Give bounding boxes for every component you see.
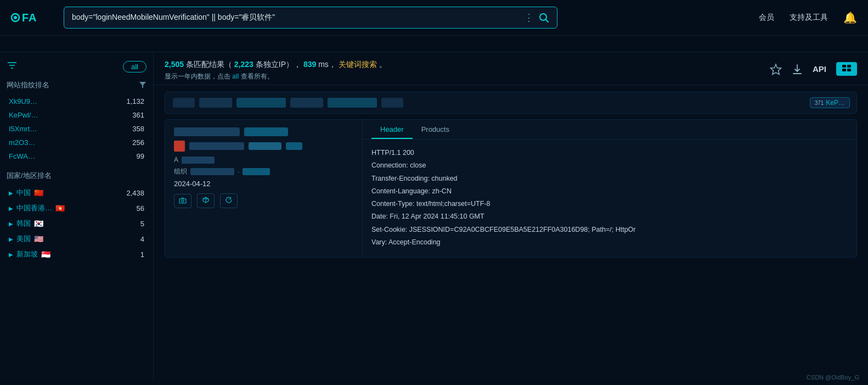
- keyword-search-link[interactable]: 关键词搜索: [339, 60, 377, 69]
- country-arrow-icon-3: ▶: [9, 236, 13, 242]
- sidebar: all 网站指纹排名 Xk9U9… 1,132 KePwl/… 361 I5Xm…: [0, 52, 154, 380]
- result-header-content: HTTP/1.1 200 Connection: close Transfer-…: [363, 140, 856, 257]
- all-data-link[interactable]: all: [232, 72, 239, 80]
- sidebar-toolbar: all: [7, 61, 146, 72]
- svg-point-1: [14, 16, 17, 19]
- download-button[interactable]: [792, 64, 803, 75]
- ms-count: 839: [303, 60, 316, 69]
- country-arrow-icon-2: ▶: [9, 221, 13, 227]
- country-arrow-icon-4: ▶: [9, 252, 13, 258]
- preview-tag[interactable]: 371 KeP…: [810, 97, 850, 108]
- header-line-2: Transfer-Encoding: chunked: [371, 173, 848, 185]
- svg-rect-14: [842, 69, 846, 71]
- preview-tag-count: 371: [815, 100, 824, 106]
- fingerprint-item-4[interactable]: FcWA… 99: [7, 149, 146, 163]
- results-count: 2,505 条匹配结果（ 2,223 条独立IP）， 839 ms， 关键词搜索…: [165, 60, 387, 70]
- blurred-text-3: [286, 142, 302, 150]
- fingerprint-section-title: 网站指纹排名: [7, 80, 146, 90]
- blurred-field-org: [190, 168, 234, 175]
- country-item-2[interactable]: ▶ 韩国 🇰🇷 5: [7, 216, 146, 231]
- header-line-1: Connection: close: [371, 160, 848, 171]
- blurred-preview-6: [381, 98, 403, 108]
- svg-rect-12: [842, 65, 846, 68]
- result-favicon: [174, 141, 185, 152]
- result-screenshot-btn[interactable]: [174, 194, 191, 208]
- header-line-7: Vary: Accept-Encoding: [371, 237, 848, 248]
- blurred-preview-3: [236, 98, 286, 108]
- preview-tag-label: KeP…: [826, 99, 845, 107]
- star-button[interactable]: [770, 63, 782, 75]
- blurred-preview-2: [199, 98, 232, 108]
- header-nav: 会员 支持及工具 🔔: [759, 11, 857, 24]
- svg-line-4: [546, 20, 549, 23]
- result-3d-btn[interactable]: [197, 193, 215, 208]
- result-date: 2024-04-12: [174, 180, 353, 188]
- tab-header[interactable]: Header: [371, 120, 413, 139]
- blurred-preview-5: [328, 98, 377, 108]
- svg-marker-9: [770, 64, 781, 75]
- result-detail-card: A 组织 · 2024-04-12: [165, 119, 857, 258]
- app-header: FA ⋮ 会员 支持及工具 🔔: [0, 0, 868, 36]
- result-url-line: [174, 127, 353, 136]
- results-actions: API: [770, 62, 857, 76]
- blurred-url-1: [174, 127, 240, 136]
- sub-header-bar: [0, 36, 868, 52]
- country-section-title: 国家/地区排名: [7, 171, 146, 181]
- svg-marker-8: [139, 82, 146, 88]
- header-line-5: Date: Fri, 12 Apr 2024 11:45:10 GMT: [371, 211, 848, 222]
- svg-rect-15: [847, 69, 851, 71]
- results-header: 2,505 条匹配结果（ 2,223 条独立IP）， 839 ms， 关键词搜索…: [154, 52, 868, 85]
- fingerprint-filter-icon[interactable]: [139, 81, 146, 90]
- right-tab-button[interactable]: [836, 62, 857, 76]
- search-button[interactable]: [538, 12, 549, 23]
- results-area: 2,505 条匹配结果（ 2,223 条独立IP）， 839 ms， 关键词搜索…: [154, 52, 868, 380]
- search-options-icon[interactable]: ⋮: [524, 12, 534, 24]
- result-refresh-btn[interactable]: [220, 193, 238, 208]
- result-field-org: 组织 ·: [174, 167, 353, 176]
- all-badge[interactable]: all: [123, 61, 146, 72]
- logo-text: FA: [11, 8, 38, 27]
- results-list: 371 KeP…: [154, 85, 868, 380]
- country-list: ▶ 中国 🇨🇳 2,438 ▶ 中国香港… 🇭🇰 56 ▶ 韩国 🇰�: [7, 185, 146, 262]
- header-line-6: Set-Cookie: JSESSIONID=C92A0CBCFE09E5BA5…: [371, 224, 848, 236]
- blurred-url-2: [244, 127, 288, 136]
- country-arrow-icon-1: ▶: [9, 205, 13, 211]
- main-content: all 网站指纹排名 Xk9U9… 1,132 KePwl/… 361 I5Xm…: [0, 52, 868, 380]
- nav-support[interactable]: 支持及工具: [790, 13, 828, 23]
- blurred-text-1: [189, 142, 244, 150]
- fingerprint-list: Xk9U9… 1,132 KePwl/… 361 I5Xmrt… 358 m2O…: [7, 94, 146, 163]
- result-line2: [174, 141, 353, 152]
- fingerprint-item-0[interactable]: Xk9U9… 1,132: [7, 94, 146, 108]
- filter-icon[interactable]: [7, 61, 18, 72]
- country-item-4[interactable]: ▶ 新加坡 🇸🇬 1: [7, 247, 146, 262]
- search-bar: ⋮: [64, 7, 557, 29]
- result-action-icons: [174, 193, 353, 208]
- result-field-a: A: [174, 156, 353, 164]
- blurred-field-org-2: [243, 168, 270, 175]
- svg-rect-13: [847, 65, 851, 68]
- total-count: 2,505: [165, 60, 184, 69]
- header-line-3: Content-Language: zh-CN: [371, 186, 848, 197]
- api-button[interactable]: API: [813, 64, 826, 74]
- search-input[interactable]: [72, 13, 520, 22]
- country-item-3[interactable]: ▶ 美国 🇺🇸 4: [7, 231, 146, 247]
- svg-rect-16: [179, 199, 186, 203]
- blurred-preview-4: [290, 98, 323, 108]
- bell-icon[interactable]: 🔔: [843, 11, 857, 24]
- fingerprint-item-3[interactable]: m2O3… 256: [7, 136, 146, 149]
- fingerprint-item-1[interactable]: KePwl/… 361: [7, 108, 146, 122]
- svg-point-17: [182, 200, 184, 202]
- tab-products[interactable]: Products: [413, 120, 458, 139]
- nav-member[interactable]: 会员: [759, 13, 774, 23]
- results-sub-text: 显示一年内数据，点击 all 查看所有。: [165, 72, 387, 81]
- result-tabs: Header Products: [363, 120, 856, 140]
- blurred-field-a: [182, 157, 215, 164]
- fingerprint-item-2[interactable]: I5Xmrt… 358: [7, 122, 146, 136]
- result-detail-right: Header Products HTTP/1.1 200 Connection:…: [363, 120, 856, 257]
- watermark: CSDN @OidBoy_G: [807, 374, 859, 381]
- country-item-0[interactable]: ▶ 中国 🇨🇳 2,438: [7, 185, 146, 200]
- country-item-1[interactable]: ▶ 中国香港… 🇭🇰 56: [7, 200, 146, 216]
- unique-ip-count: 2,223: [234, 60, 253, 69]
- header-line-0: HTTP/1.1 200: [371, 147, 848, 159]
- logo: FA: [11, 8, 55, 27]
